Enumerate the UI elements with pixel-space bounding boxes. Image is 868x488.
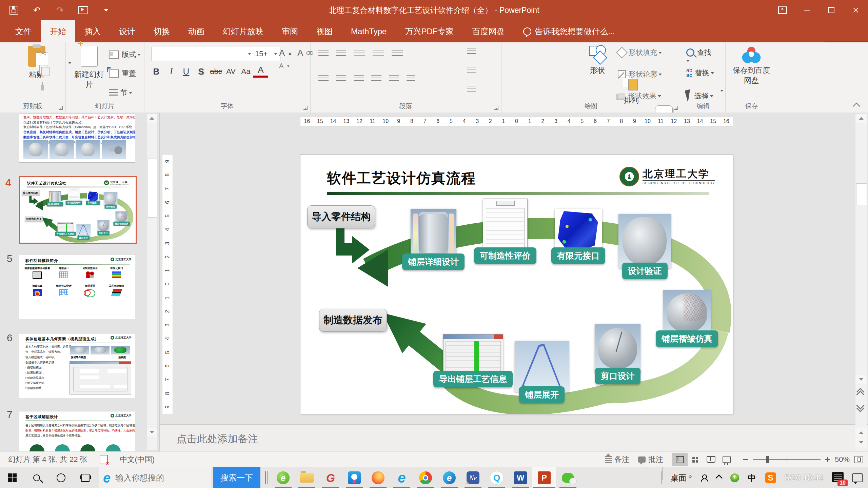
notes-scroll-down[interactable] [855, 438, 867, 447]
reset-button[interactable]: 重置 [109, 69, 136, 78]
undo-icon[interactable]: ↶ [31, 4, 43, 16]
360-safety-icon[interactable] [730, 473, 739, 482]
shape-outline-button[interactable]: 形状轮廓 [618, 69, 662, 79]
taskbar-app-icon[interactable] [556, 467, 580, 488]
notes-pane[interactable]: 点击此处添加备注 [160, 424, 868, 452]
shrink-font-button[interactable]: A▼ [279, 62, 290, 70]
flow-publish-box[interactable]: 制造数据发布 [319, 309, 387, 332]
flow-step[interactable]: 铺层展开 [515, 341, 569, 403]
zoom-percent[interactable]: 50% [835, 455, 850, 464]
start-slideshow-icon[interactable] [77, 4, 89, 16]
show-hidden-icons-chevron[interactable] [715, 474, 722, 481]
restore-button[interactable] [819, 0, 844, 20]
taskbar-app-icon[interactable]: e [271, 467, 295, 488]
font-style-button[interactable]: AV [223, 64, 238, 79]
flow-step[interactable]: 设计验证 [618, 214, 671, 279]
taskbar-app-icon[interactable] [295, 467, 319, 488]
ime-indicator[interactable]: 中 [748, 472, 756, 484]
ribbon-tab[interactable]: 万兴PDF专家 [396, 20, 463, 42]
smartart-button[interactable] [467, 86, 476, 94]
bullets-icon[interactable] [318, 50, 329, 57]
ribbon-tab[interactable]: 幻灯片放映 [214, 20, 273, 42]
line-spacing-icon[interactable] [392, 50, 403, 57]
ribbon-tab[interactable]: 切换 [144, 20, 179, 42]
flow-step[interactable]: 可制造性评价 [474, 199, 536, 264]
font-style-button[interactable]: A [253, 64, 268, 78]
taskbar-app-icon[interactable]: Q [485, 467, 509, 488]
start-button[interactable] [0, 467, 24, 488]
ribbon-tab[interactable]: 审阅 [273, 20, 307, 42]
columns-icon[interactable] [407, 75, 415, 83]
slide-canvas[interactable]: 软件工艺设计仿真流程 北京理工大学BEIJING INSTITUTE OF TE… [300, 154, 733, 414]
customize-qat-icon[interactable] [100, 4, 112, 16]
paragraph-dialog-launcher[interactable] [494, 106, 498, 110]
taskbar-app-icon[interactable]: G [319, 467, 342, 488]
thumbnail-slide-6[interactable]: 实体创建基本几何要素（模具型面生成） 北京理工大学 基本几何要素包括：贴模面、边… [19, 333, 135, 398]
replace-button[interactable]: abac 替换 [686, 68, 714, 78]
thumbnail-slide-4[interactable]: 软件工艺设计仿真流程 北京理工大学BEIJING INSTITUTE OF TE… [19, 176, 137, 244]
grow-font-button[interactable]: A▲ [279, 48, 292, 58]
font-style-button[interactable]: I [164, 64, 179, 79]
numbering-icon[interactable] [336, 50, 346, 57]
close-button[interactable] [844, 0, 868, 20]
zoom-in-button[interactable] [825, 457, 830, 462]
main-scrollbar[interactable] [855, 114, 867, 451]
language-indicator[interactable]: 中文(中国) [120, 454, 155, 465]
font-size-combo[interactable]: 15+ [252, 47, 280, 61]
previous-slide-button[interactable] [857, 389, 864, 396]
thumbnail-slide-7[interactable]: 基于区域铺层设计 北京理工大学 基于区域铺层设计是将复合材料零件按刚度要求划分为… [19, 411, 135, 452]
cut-button[interactable]: ✂ [39, 48, 47, 59]
justify-icon[interactable] [371, 75, 381, 83]
shape-effects-button[interactable]: 形状效果 [618, 91, 661, 101]
reading-view-button[interactable] [703, 453, 719, 466]
next-slide-button[interactable] [857, 403, 864, 409]
redo-icon[interactable]: ↷ [54, 4, 66, 16]
font-style-button[interactable]: abc [209, 64, 223, 79]
font-style-button[interactable]: U [179, 64, 194, 79]
align-center-icon[interactable] [336, 75, 346, 83]
font-style-button[interactable]: B [149, 64, 164, 79]
ribbon-tab[interactable]: 插入 [75, 20, 110, 42]
flow-step[interactable]: 铺层褶皱仿真 [656, 290, 718, 347]
flow-step[interactable]: 有限元接口 [551, 209, 605, 264]
minimize-button[interactable] [795, 0, 819, 20]
shape-fill-button[interactable]: 形状填充 [618, 48, 662, 57]
slide-title[interactable]: 软件工艺设计仿真流程 [327, 169, 476, 188]
new-slide-button[interactable]: 新建幻灯片 [73, 46, 110, 90]
font-style-button[interactable]: S [194, 64, 209, 79]
tell-me-box[interactable]: 告诉我您想要做什么... [523, 20, 615, 42]
taskbar-app-icon[interactable]: e [437, 467, 461, 488]
reading-list-icon[interactable]: 10 [832, 472, 844, 484]
paste-button[interactable]: 粘贴 [6, 46, 72, 80]
thumbnail-slide-5[interactable]: 软件功能模块简介 北京理工大学 实体创建基本几何要素 铺层设计 [19, 255, 135, 319]
zoom-slider[interactable] [753, 459, 821, 460]
font-name-combo[interactable] [151, 47, 254, 61]
notes-toggle[interactable]: 备注 [605, 454, 629, 465]
distribute-icon[interactable] [389, 75, 399, 83]
align-left-icon[interactable] [318, 75, 329, 83]
slideshow-view-button[interactable] [719, 453, 734, 466]
collapse-ribbon-icon[interactable] [853, 103, 861, 110]
taskbar-app-icon[interactable]: P [532, 467, 556, 488]
spell-check-icon[interactable] [100, 455, 108, 464]
font-style-button[interactable]: Aa [238, 64, 253, 79]
taskbar-search-box[interactable]: e [99, 467, 211, 488]
flow-start-box[interactable]: 导入零件结构 [307, 205, 375, 228]
taskbar-app-icon[interactable]: W [509, 467, 532, 488]
taskbar-search-button[interactable] [24, 467, 49, 488]
layout-button[interactable]: 版式 [109, 50, 141, 59]
ribbon-tab[interactable]: 视图 [307, 20, 342, 42]
ribbon-display-options-button[interactable] [770, 0, 795, 20]
ribbon-tab[interactable]: 动画 [179, 20, 214, 42]
zoom-out-button[interactable] [743, 459, 748, 460]
main-scrollbar-thumb[interactable] [856, 183, 867, 205]
task-view-button[interactable] [73, 467, 98, 488]
sogou-icon[interactable]: S [765, 472, 776, 483]
ribbon-tab[interactable]: 设计 [110, 20, 144, 42]
taskbar-app-icon[interactable]: Ne [461, 467, 485, 488]
section-button[interactable]: 节 [109, 88, 132, 97]
taskbar-app-icon[interactable] [342, 467, 366, 488]
taskbar-app-icon[interactable] [414, 467, 437, 488]
drawing-dialog-launcher[interactable] [674, 106, 678, 110]
notes-scroll-up[interactable] [855, 428, 867, 437]
